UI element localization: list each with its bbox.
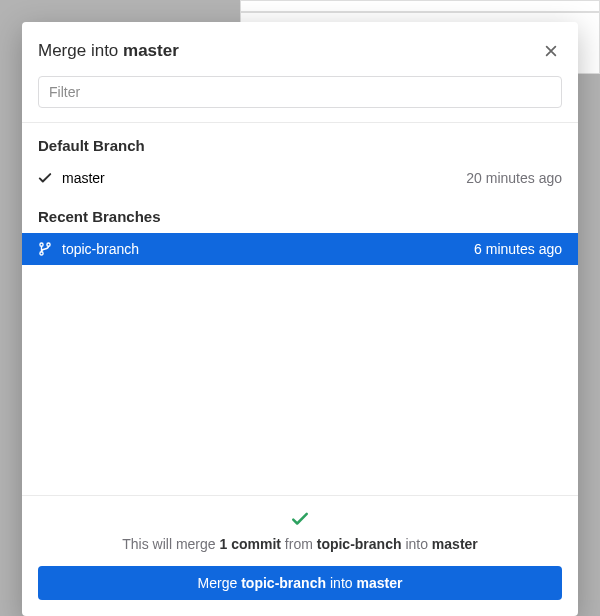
branch-item-master[interactable]: master 20 minutes ago	[22, 162, 578, 194]
branch-item-time: 20 minutes ago	[466, 170, 562, 186]
filter-input[interactable]	[38, 76, 562, 108]
branch-item-label: master	[62, 170, 466, 186]
modal-header: Merge into master	[22, 22, 578, 76]
summary-commit-count: 1 commit	[219, 536, 280, 552]
merge-summary-text: This will merge 1 commit from topic-bran…	[38, 536, 562, 552]
modal-title-branch: master	[123, 41, 179, 60]
modal-footer: This will merge 1 commit from topic-bran…	[22, 495, 578, 616]
merge-btn-mid: into	[330, 575, 353, 591]
merge-btn-prefix: Merge	[198, 575, 238, 591]
checkmark-icon	[38, 171, 58, 185]
merge-button[interactable]: Merge topic-branch into master	[38, 566, 562, 600]
summary-prefix: This will merge	[122, 536, 219, 552]
modal-title-prefix: Merge into	[38, 41, 123, 60]
git-branch-icon	[38, 241, 58, 257]
summary-mid2: into	[402, 536, 432, 552]
merge-btn-from: topic-branch	[241, 575, 326, 591]
default-branch-section-header: Default Branch	[22, 123, 578, 162]
branch-item-topic-branch[interactable]: topic-branch 6 minutes ago	[22, 233, 578, 265]
modal-title: Merge into master	[38, 41, 179, 61]
summary-from-branch: topic-branch	[317, 536, 402, 552]
summary-to-branch: master	[432, 536, 478, 552]
filter-wrap	[22, 76, 578, 122]
summary-mid1: from	[281, 536, 317, 552]
branch-item-label: topic-branch	[62, 241, 474, 257]
close-icon	[544, 38, 558, 63]
check-icon	[38, 510, 562, 528]
branch-item-time: 6 minutes ago	[474, 241, 562, 257]
recent-branches-section-header: Recent Branches	[22, 194, 578, 233]
merge-modal: Merge into master Default Branch master …	[22, 22, 578, 616]
background-panel-top	[240, 0, 600, 12]
branch-list: Default Branch master 20 minutes ago Rec…	[22, 123, 578, 495]
merge-btn-to: master	[357, 575, 403, 591]
close-button[interactable]	[540, 36, 562, 66]
